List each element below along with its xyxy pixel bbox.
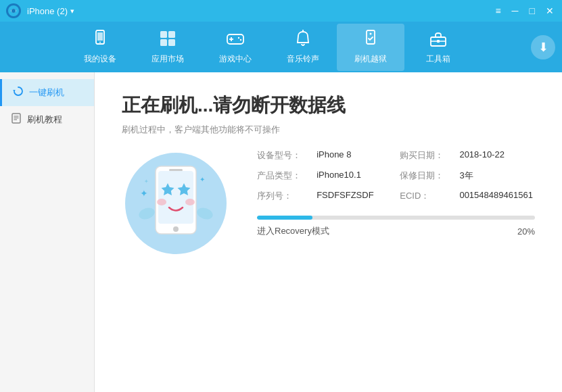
cartoon-circle: ✦ ✦ ✦ (125, 153, 227, 254)
phone-illustration: ✦ ✦ ✦ (122, 149, 230, 258)
nav-item-ringtone[interactable]: 音乐铃声 (269, 24, 337, 71)
nav-item-game-center[interactable]: 游戏中心 (202, 24, 269, 71)
content-area: 正在刷机...请勿断开数据线 刷机过程中，客户端其他功能将不可操作 (95, 72, 562, 392)
nav-label-my-device: 我的设备 (84, 53, 116, 65)
product-type-value: iPhone10.1 (317, 170, 386, 182)
app-logo-icon (5, 3, 22, 19)
progress-step-label: 进入Recovery模式 (257, 225, 329, 237)
sidebar-label-one-click-flash: 一键刷机 (29, 87, 64, 99)
nav-label-toolbox: 工具箱 (426, 53, 450, 65)
progress-bar-fill (257, 216, 312, 220)
progress-bar-container (257, 216, 535, 220)
device-info-section: ✦ ✦ ✦ 设备型号： iPhone 8 购买日期： 2018-1 (122, 149, 535, 258)
svg-rect-26 (158, 171, 193, 224)
nav-item-toolbox[interactable]: 工具箱 (404, 24, 472, 71)
maximize-button[interactable]: □ (527, 5, 538, 16)
svg-rect-20 (437, 40, 440, 43)
warranty-label: 保修日期： (400, 170, 446, 182)
titlebar-left: iPhone (2) ▾ (5, 3, 74, 19)
nav-label-game-center: 游戏中心 (219, 53, 252, 65)
jailbreak-icon (361, 29, 380, 51)
minimize-button[interactable]: ─ (509, 5, 521, 16)
ringtone-icon (294, 29, 312, 51)
svg-point-31 (137, 205, 156, 221)
product-type-label: 产品类型： (257, 170, 303, 182)
nav-item-jailbreak[interactable]: 刷机越狱 (337, 24, 404, 71)
progress-info: 进入Recovery模式 20% (257, 225, 535, 237)
svg-point-2 (11, 9, 16, 13)
app-title: iPhone (2) ▾ (27, 6, 74, 16)
ecid-label: ECID： (400, 190, 446, 202)
svg-rect-8 (160, 39, 167, 46)
flash-subtitle: 刷机过程中，客户端其他功能将不可操作 (122, 124, 535, 136)
sidebar-label-flash-tutorial: 刷机教程 (27, 114, 62, 126)
sidebar-item-one-click-flash[interactable]: 一键刷机 (0, 79, 94, 106)
sidebar: 一键刷机 刷机教程 (0, 72, 95, 392)
svg-point-17 (369, 33, 371, 35)
purchase-date-label: 购买日期： (400, 149, 446, 162)
device-type-value: iPhone 8 (317, 149, 386, 162)
nav-item-app-market[interactable]: 应用市场 (134, 24, 202, 71)
svg-rect-7 (168, 31, 175, 38)
sidebar-item-flash-tutorial[interactable]: 刷机教程 (0, 106, 94, 133)
serial-label: 序列号： (257, 190, 303, 202)
dropdown-arrow-icon[interactable]: ▾ (70, 7, 74, 16)
main-layout: 一键刷机 刷机教程 正在刷机...请勿断开数据线 刷机过程中，客户端其他功能将不… (0, 72, 562, 392)
svg-rect-9 (168, 39, 175, 46)
navbar: 我的设备 应用市场 (0, 22, 562, 72)
nav-label-app-market: 应用市场 (151, 53, 184, 65)
ecid-value: 001548489461561 (459, 190, 535, 202)
my-device-icon (91, 29, 110, 51)
svg-rect-6 (160, 31, 167, 38)
device-details: 设备型号： iPhone 8 购买日期： 2018-10-22 产品类型： iP… (257, 149, 535, 258)
svg-point-36 (173, 226, 179, 232)
download-button[interactable]: ⬇ (531, 35, 555, 59)
menu-button[interactable]: ≡ (492, 5, 503, 16)
download-icon: ⬇ (538, 40, 548, 55)
device-type-label: 设备型号： (257, 149, 303, 162)
progress-section: 进入Recovery模式 20% (257, 216, 535, 237)
svg-rect-37 (169, 169, 183, 171)
svg-rect-4 (97, 32, 103, 41)
info-table: 设备型号： iPhone 8 购买日期： 2018-10-22 产品类型： iP… (257, 149, 535, 202)
cartoon-phone-svg: ✦ ✦ ✦ (132, 156, 220, 251)
titlebar: iPhone (2) ▾ ≡ ─ □ ✕ (0, 0, 562, 22)
one-click-flash-icon (13, 86, 24, 99)
svg-point-30 (185, 199, 195, 205)
game-center-icon (226, 29, 245, 51)
svg-point-5 (99, 42, 101, 43)
app-name: iPhone (2) (27, 6, 68, 16)
svg-point-32 (195, 205, 214, 221)
app-market-icon (158, 29, 177, 51)
nav-label-jailbreak: 刷机越狱 (354, 53, 387, 65)
svg-text:✦: ✦ (140, 188, 148, 199)
nav-items: 我的设备 应用市场 (7, 24, 531, 71)
flash-title: 正在刷机...请勿断开数据线 (122, 93, 535, 118)
warranty-value: 3年 (459, 170, 535, 182)
close-button[interactable]: ✕ (543, 5, 557, 16)
svg-rect-16 (367, 30, 375, 44)
svg-text:✦: ✦ (200, 176, 205, 183)
svg-point-13 (237, 37, 239, 39)
nav-label-ringtone: 音乐铃声 (287, 53, 319, 65)
svg-point-14 (239, 39, 241, 41)
toolbox-icon (429, 29, 448, 51)
titlebar-controls: ≡ ─ □ ✕ (492, 5, 557, 16)
svg-point-29 (157, 199, 166, 205)
svg-text:✦: ✦ (144, 178, 149, 185)
progress-percent: 20% (517, 226, 535, 237)
nav-item-my-device[interactable]: 我的设备 (66, 24, 134, 71)
flash-tutorial-icon (11, 113, 22, 126)
purchase-date-value: 2018-10-22 (459, 149, 535, 162)
serial-value: FSDFSFZSDF (317, 190, 386, 202)
